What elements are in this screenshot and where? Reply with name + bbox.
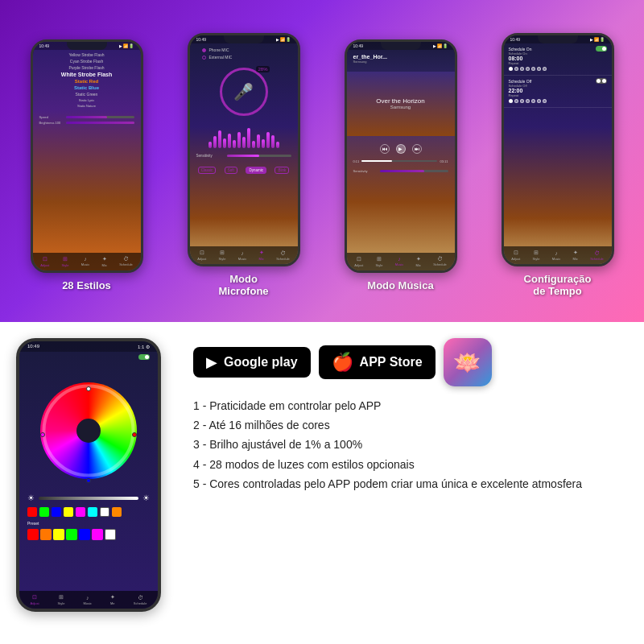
classic-yellow[interactable]: [53, 529, 64, 540]
next-button[interactable]: ⏭: [412, 144, 422, 154]
swatch-white[interactable]: [100, 507, 109, 517]
color-wheel-container[interactable]: [36, 382, 141, 487]
dot-1: [509, 67, 513, 71]
off-dot-2: [514, 99, 518, 103]
prev-button[interactable]: ⏮: [380, 144, 390, 154]
music-sens-slider[interactable]: [380, 170, 448, 172]
music-visual-bg: Over the Horizon Samsung: [347, 72, 455, 136]
sensitivity-slider[interactable]: [227, 155, 291, 157]
schedule-off-toggle[interactable]: [596, 78, 607, 84]
color-wheel[interactable]: [40, 382, 137, 479]
nav-style-3[interactable]: ⊞ Style: [376, 256, 383, 267]
classic-purple[interactable]: [92, 529, 103, 540]
google-play-button[interactable]: ▶ Google play: [193, 347, 311, 378]
brightness-bar[interactable]: [39, 497, 138, 500]
classic-blue[interactable]: [79, 529, 90, 540]
color-dot-bottom[interactable]: [86, 478, 91, 483]
classic-red[interactable]: [27, 529, 39, 540]
music-sens-label: Sensitivity: [353, 169, 378, 173]
nav-mic-4[interactable]: ✦ Mic: [573, 250, 578, 261]
bottom-status-bar: 10:49 1:1 ⚙: [19, 341, 158, 352]
nav-adjust-3[interactable]: ⊡ Adjust: [354, 256, 363, 267]
nav-music-4[interactable]: ♪ Music: [552, 250, 560, 261]
phone-music: 10:49 ▶ 📶 🔋 er_the_Hor... Samsung Over t…: [345, 39, 457, 273]
nav-style-1[interactable]: ⊞ Style: [62, 256, 69, 267]
classic-orange[interactable]: [40, 529, 52, 540]
mode-soft[interactable]: Soft: [225, 167, 237, 174]
main-toggle[interactable]: [138, 354, 150, 360]
nav-adjust-4[interactable]: ⊡ Adjust: [511, 250, 520, 261]
classic-green[interactable]: [66, 529, 77, 540]
dot-2: [514, 67, 518, 71]
nav-schedule-2[interactable]: ⏱ Schedule: [276, 250, 290, 261]
app-store-button[interactable]: 🍎 APP Store: [319, 345, 436, 379]
schedule-icon-4: ⏱: [594, 250, 600, 256]
nav-music-1[interactable]: ♪ Music: [81, 256, 89, 266]
style-icon-2: ⊞: [220, 250, 225, 256]
progress-track[interactable]: [361, 160, 437, 162]
nav-schedule-main[interactable]: ⏱ Schedule: [134, 595, 147, 605]
speed-fill: [66, 116, 107, 118]
color-dot-right[interactable]: [132, 432, 137, 437]
phone-mic-option[interactable]: Phone MIC: [202, 47, 286, 52]
nav-schedule-3[interactable]: ⏱ Schedule: [433, 256, 447, 266]
mode-dynamic[interactable]: Dynamic: [246, 167, 266, 174]
brightness-slider[interactable]: [66, 122, 134, 124]
style-icon-1: ⊞: [63, 256, 68, 262]
wave-bar-13: [266, 132, 270, 148]
bottom-nav-3[interactable]: ⊡ Adjust ⊞ Style ♪ Music ✦ Mic: [347, 253, 455, 270]
bottom-nav-2[interactable]: ⊡ Adjust ⊞ Style ♪ Music ✦ Mic: [190, 246, 298, 264]
nav-style-4[interactable]: ⊞ Style: [533, 250, 540, 261]
nav-music-main[interactable]: ♪ Music: [83, 595, 91, 605]
wave-bar-11: [257, 134, 260, 148]
speed-slider[interactable]: [66, 116, 134, 118]
nav-schedule-4[interactable]: ⏱ Schedule: [590, 250, 604, 261]
color-dot-top[interactable]: [86, 386, 91, 391]
nav-adjust-1[interactable]: ⊡ Adjust: [40, 256, 49, 267]
wave-bar-7: [237, 132, 241, 148]
wave-bar-4: [223, 138, 226, 148]
swatch-green[interactable]: [39, 507, 49, 517]
mode-classic[interactable]: Classic: [198, 167, 217, 174]
nav-mic-1[interactable]: ✦ Mic: [102, 256, 107, 267]
nav-style-main[interactable]: ⊞ Style: [58, 594, 65, 605]
nav-mic-main[interactable]: ✦ Me: [110, 594, 115, 605]
color-dot-left[interactable]: [40, 432, 45, 437]
swatch-orange[interactable]: [112, 507, 122, 517]
bottom-nav-main[interactable]: ⊡ Adjust ⊞ Style ♪ Music ✦ Me: [19, 591, 158, 609]
swatch-blue[interactable]: [52, 507, 61, 517]
bottom-nav-1[interactable]: ⊡ Adjust ⊞ Style ♪ Music ✦ Mic: [33, 253, 141, 270]
nav-music-2[interactable]: ♪ Music: [238, 250, 246, 261]
off-dot-6: [537, 99, 541, 103]
bottom-phone-container: 10:49 1:1 ⚙: [16, 338, 177, 612]
swatch-red[interactable]: [27, 507, 37, 517]
nav-adjust-2[interactable]: ⊡ Adjust: [197, 250, 206, 261]
google-play-label: Google play: [224, 355, 298, 369]
swatch-cyan[interactable]: [88, 507, 97, 517]
swatch-magenta[interactable]: [76, 507, 85, 517]
off-dot-3: [520, 99, 524, 103]
bottom-nav-4[interactable]: ⊡ Adjust ⊞ Style ♪ Music ✦ Mic: [504, 246, 612, 264]
nav-music-3[interactable]: ♪ Music: [395, 256, 403, 266]
phone-schedule: 10:49 ▶ 📶 🔋 Schedule On Schedule On 08:0…: [502, 33, 614, 266]
adjust-icon-main: ⊡: [32, 594, 37, 601]
off-dot-7: [543, 99, 547, 103]
repeat-label-on: Repeat: [509, 61, 607, 65]
external-mic-option[interactable]: External MIC: [202, 55, 286, 60]
nav-adjust-main[interactable]: ⊡ Adjust: [30, 594, 39, 605]
feature-3: 3 - Brilho ajustável de 1% a 100%: [193, 437, 628, 452]
play-button[interactable]: ▶: [396, 144, 406, 154]
mic-icon-main: ✦: [110, 594, 115, 601]
nav-style-2[interactable]: ⊞ Style: [219, 250, 226, 261]
off-dot-4: [526, 99, 530, 103]
nav-mic-2[interactable]: ✦ Mic: [259, 250, 264, 261]
mic-icon-2: ✦: [259, 250, 264, 256]
schedule-on-toggle[interactable]: [596, 46, 607, 52]
radio-phone-mic: [202, 48, 206, 52]
classic-white[interactable]: [105, 529, 116, 540]
nav-schedule-1[interactable]: ⏱ Schedule: [119, 256, 133, 266]
swatch-yellow[interactable]: [64, 507, 73, 517]
nav-mic-3[interactable]: ✦ Mic: [416, 256, 421, 267]
phone-screen-music: 10:49 ▶ 📶 🔋 er_the_Hor... Samsung Over t…: [347, 42, 455, 270]
mode-blink[interactable]: Blink: [275, 167, 289, 174]
